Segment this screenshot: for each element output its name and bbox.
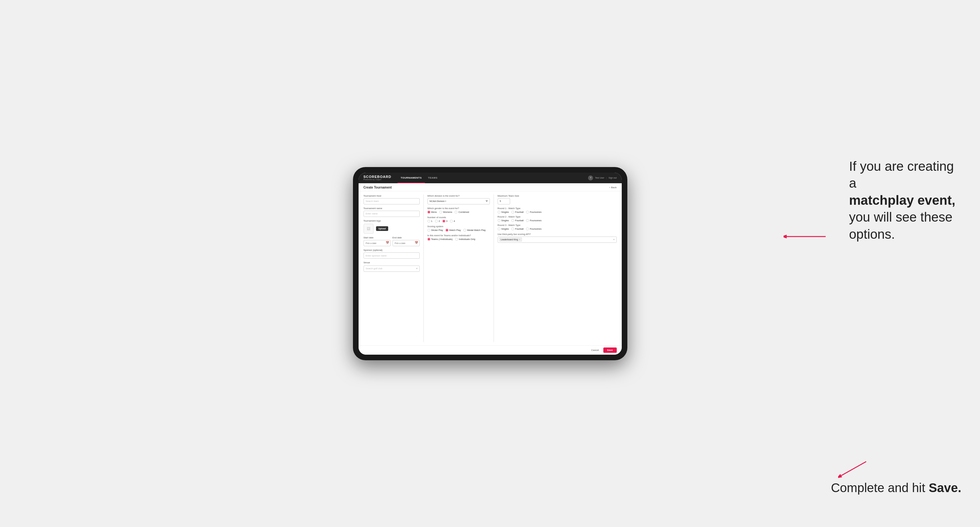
round-1-radio[interactable] [428, 220, 430, 222]
teams-plus-ind-radio[interactable] [428, 238, 430, 241]
gender-womens[interactable]: Womens [439, 211, 452, 213]
round1-fourball-radio[interactable] [511, 211, 514, 213]
round3-fourball-label: Fourball [515, 227, 523, 230]
round3-foursomes[interactable]: Foursomes [526, 227, 542, 230]
round-3-radio[interactable] [442, 220, 445, 222]
round2-singles-label: Singles [501, 219, 509, 222]
nav-tabs: TOURNAMENTS TEAMS [398, 173, 588, 183]
upload-button[interactable]: Upload [376, 226, 388, 231]
scoring-medal[interactable]: Medal Match Play [463, 229, 486, 232]
round3-singles-radio[interactable] [498, 227, 500, 230]
round2-foursomes-radio[interactable] [526, 219, 529, 222]
round1-singles-radio[interactable] [498, 211, 500, 213]
scoring-match[interactable]: Match Play [445, 229, 461, 232]
api-tag-remove[interactable]: × [519, 238, 520, 241]
round-4[interactable]: 4 [450, 220, 455, 222]
round3-match-label: Round 3 - Match Type [498, 224, 617, 227]
gender-combined-label: Combined [458, 211, 469, 213]
round-2-radio[interactable] [435, 220, 438, 222]
scoring-match-radio[interactable] [445, 229, 449, 232]
gender-label: Which gender is the event for? [428, 207, 490, 210]
round2-match-group: Round 2 - Match Type Singles Fourball [498, 215, 617, 222]
end-date-input[interactable] [393, 240, 420, 246]
gender-mens[interactable]: Mens [428, 211, 437, 213]
gender-radio-group: Mens Womens Combined [428, 211, 490, 213]
back-button[interactable]: ‹ Back [609, 186, 616, 189]
api-tag-value: Leaderboard King [501, 238, 518, 241]
round2-fourball-radio[interactable] [511, 219, 514, 222]
round-2[interactable]: 2 [435, 220, 440, 222]
round2-singles-radio[interactable] [498, 219, 500, 222]
round3-singles-label: Singles [501, 227, 509, 230]
brand-title: SCOREBOARD [364, 175, 391, 179]
round2-foursomes[interactable]: Foursomes [526, 219, 542, 222]
teams-plus-ind[interactable]: Teams (+Individuals) [428, 238, 453, 241]
round3-singles[interactable]: Singles [498, 227, 509, 230]
round-4-radio[interactable] [450, 220, 453, 222]
scoring-stroke-radio[interactable] [428, 229, 430, 232]
tournament-logo-group: Tournament logo 🖼 Upload [364, 219, 420, 234]
round2-fourball[interactable]: Fourball [511, 219, 523, 222]
round1-radio-group: Singles Fourball Foursomes [498, 211, 617, 213]
teams-group: Is this event for Teams and/or Individua… [428, 234, 490, 241]
page-title: Create Tournament [364, 186, 392, 189]
annotation-right-text2: you will see these options. [849, 210, 953, 241]
round1-singles[interactable]: Singles [498, 211, 509, 213]
gender-womens-label: Womens [443, 211, 452, 213]
division-select[interactable]: NCAA Division I [428, 198, 490, 205]
brand: SCOREBOARD Powered by clippit [364, 175, 391, 181]
round1-foursomes[interactable]: Foursomes [526, 211, 542, 213]
round2-singles[interactable]: Singles [498, 219, 509, 222]
avatar: T [588, 175, 593, 181]
logo-upload-area: 🖼 Upload [364, 224, 420, 234]
signout-link[interactable]: Sign out [609, 177, 617, 179]
sponsor-input[interactable] [364, 252, 420, 259]
venue-input[interactable] [364, 265, 420, 272]
tournament-name-input[interactable] [364, 211, 420, 217]
scoring-stroke[interactable]: Stroke Play [428, 229, 443, 232]
individuals-only-radio[interactable] [455, 238, 458, 241]
round1-fourball[interactable]: Fourball [511, 211, 523, 213]
max-team-size-label: Maximum Team Size [498, 194, 617, 197]
gender-womens-radio[interactable] [439, 211, 442, 213]
form-col-mid: Which division is the event for? NCAA Di… [428, 194, 490, 342]
form-footer: Cancel Save [359, 345, 622, 355]
username: Test User [595, 177, 604, 179]
arrow-bottom-1 [838, 460, 869, 479]
api-label: Use third-party live scoring API? [498, 233, 617, 236]
tournament-name-label: Tournament name [364, 207, 420, 210]
gender-combined[interactable]: Combined [455, 211, 469, 213]
venue-label: Venue [364, 261, 420, 264]
navbar: SCOREBOARD Powered by clippit TOURNAMENT… [359, 173, 622, 183]
gender-combined-radio[interactable] [455, 211, 457, 213]
round1-foursomes-radio[interactable] [526, 211, 529, 213]
form-body: Tournament Host Tournament name Tourname… [359, 191, 622, 345]
tournament-host-input[interactable] [364, 198, 420, 205]
tab-tournaments[interactable]: TOURNAMENTS [398, 173, 425, 183]
arrow-right-1 [784, 232, 827, 241]
tab-teams[interactable]: TEAMS [425, 173, 441, 183]
round-1[interactable]: 1 [428, 220, 433, 222]
tournament-name-group: Tournament name [364, 207, 420, 217]
api-chevron-icon: ▼ [613, 238, 615, 241]
scoring-group: Scoring system Stroke Play Match Play [428, 225, 490, 232]
round-3[interactable]: 3 [442, 220, 447, 222]
start-date-input[interactable] [364, 240, 391, 246]
individuals-only-label: Individuals Only [459, 238, 476, 241]
image-icon: 🖼 [367, 227, 371, 231]
round3-fourball[interactable]: Fourball [511, 227, 523, 230]
tournament-host-label: Tournament Host [364, 194, 420, 197]
form-col-left: Tournament Host Tournament name Tourname… [364, 194, 420, 342]
form-col-right: Maximum Team Size Round 1 - Match Type S… [498, 194, 617, 342]
gender-mens-radio[interactable] [428, 211, 430, 213]
max-team-size-input[interactable] [498, 198, 510, 205]
scoring-medal-radio[interactable] [463, 229, 466, 232]
round3-foursomes-radio[interactable] [526, 227, 529, 230]
scoring-radio-group: Stroke Play Match Play Medal Match Play [428, 229, 490, 232]
end-date-wrapper: 📅 [393, 240, 420, 246]
individuals-only[interactable]: Individuals Only [455, 238, 476, 241]
save-button[interactable]: Save [603, 348, 617, 353]
round3-fourball-radio[interactable] [511, 227, 514, 230]
cancel-button[interactable]: Cancel [589, 348, 601, 353]
end-date-label: End date [393, 236, 420, 239]
